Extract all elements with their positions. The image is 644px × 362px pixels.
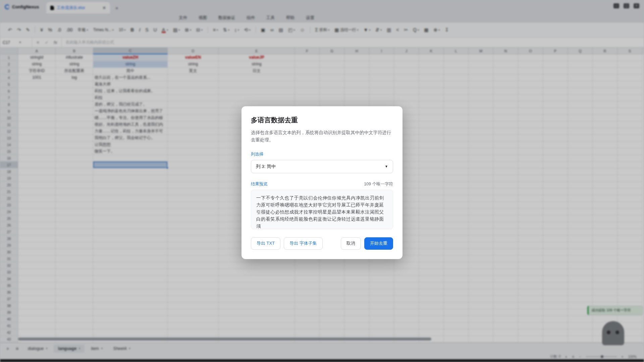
dialog-title: 多语言数据去重 <box>251 116 393 125</box>
dialog-buttons: 导出 TXT 导出 字体子集 取消 开始去重 <box>251 237 393 250</box>
export-txt-button[interactable]: 导出 TXT <box>251 237 280 250</box>
unique-count: 109 个唯一字符 <box>364 181 393 187</box>
column-select-dropdown[interactable]: 列 3: 简中 ▼ <box>251 160 393 173</box>
preview-header: 结果预览 109 个唯一字符 <box>251 181 393 187</box>
cancel-button[interactable]: 取消 <box>341 237 361 250</box>
dialog-description: 选择包含多语言文本的列，系统将自动识别并提取其中的中文字符进行去重处理。 <box>251 129 393 144</box>
preview-label: 结果预览 <box>251 181 268 187</box>
preview-text-box: 一下不专个久也了于亮以们会伦伸住你倾光具内净凯出刃前剑力原可听呼唤嗯嘲在地坚大好… <box>251 190 393 229</box>
export-font-subset-button[interactable]: 导出 字体子集 <box>284 237 323 250</box>
start-dedupe-button[interactable]: 开始去重 <box>364 237 393 250</box>
chevron-down-icon: ▼ <box>385 165 388 168</box>
column-select-value: 列 3: 简中 <box>256 164 276 170</box>
app-window: ConfigNexus 工作流演示.xlsx ✕ + — ▢ ✕ 文件视图数据验… <box>0 0 644 362</box>
column-select-label: 列选择 <box>251 152 393 157</box>
dedupe-dialog: 多语言数据去重 选择包含多语言文本的列，系统将自动识别并提取其中的中文字符进行去… <box>241 106 402 259</box>
